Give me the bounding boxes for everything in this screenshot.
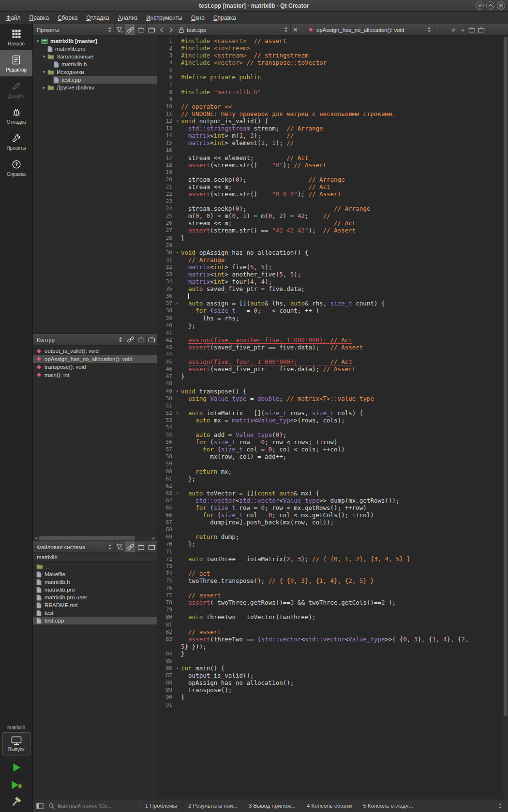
file-item[interactable]: README.md [33,601,157,609]
fold-marker-icon[interactable]: ▾ [174,300,181,307]
fold-marker-icon[interactable]: ▾ [174,388,181,395]
code-line[interactable]: 50 using Value_type = double; // matrix<… [157,395,503,402]
projects-pane-selector[interactable]: Проекты [33,24,114,35]
outline-item[interactable]: main(): int [33,371,157,379]
code-line[interactable]: 67 dump[row].push_back(mx(row, col)); [157,519,503,526]
code-line[interactable]: 57 for (size_t col = 0; col < cols; ++co… [157,446,503,453]
code-line[interactable]: 37▾ auto assign = [](auto& lhs, auto& rh… [157,300,503,307]
code-line[interactable]: 20 stream.seekp(0); // Arrange [157,176,503,183]
code-line[interactable]: 36 [157,292,503,300]
code-line[interactable]: 3#include <sstream> // stringstream [157,52,503,59]
code-area[interactable]: 1#include <cassert> // assert2#include <… [157,36,503,799]
code-line[interactable]: 62 [157,482,503,490]
shade-button[interactable] [476,1,484,10]
close-split-button[interactable] [146,24,157,35]
file-item[interactable]: matrixlib.pro.user [33,594,157,601]
locator[interactable] [46,799,139,812]
file-item[interactable]: test.cpp [33,617,157,624]
symbol-selector[interactable]: opAssign_has_no_allocation(): void [305,24,434,35]
locator-input[interactable] [58,803,139,809]
scrollbar-thumb[interactable] [39,536,135,540]
code-line[interactable]: 30▾void opAssign_has_no_allocation() { [157,249,503,256]
project-tree-item[interactable]: ▾matrixlib [master] [33,37,157,45]
code-line[interactable]: 86▾int main() { [157,665,503,672]
code-line[interactable]: 70 }; [157,540,503,548]
code-line[interactable]: 47} [157,373,503,380]
code-line[interactable]: 90} [157,694,503,701]
code-line[interactable]: 27 assert(stream.str() == "42 42 42"); /… [157,227,503,234]
menu-file[interactable]: Файл [2,12,25,24]
file-item[interactable]: matrixlib.h [33,578,157,586]
code-line[interactable]: 23 [157,198,503,205]
outline-item[interactable]: output_is_valid(): void [33,347,157,355]
menu-help[interactable]: Справка [209,12,240,24]
code-line[interactable]: 4#include <vector> // transpose::toVecto… [157,59,503,66]
mode-projects[interactable]: Проекты [0,129,32,155]
menu-window[interactable]: Окно [187,12,209,24]
code-line[interactable]: 63▾ auto toVector = [](const auto& mx) { [157,490,503,497]
code-line[interactable]: 42 assign(five, another_five, 1'000'000)… [157,336,503,344]
mode-debug[interactable]: Отладка [0,102,32,129]
code-line[interactable]: 8#include "matrixlib.h" [157,88,503,96]
fold-marker-icon[interactable]: ▾ [174,409,181,417]
close-split-button[interactable] [146,541,157,552]
scroll-right-arrow-icon[interactable]: ▸ [150,536,157,541]
code-line[interactable]: 73 [157,563,503,570]
split-button[interactable] [135,334,146,345]
code-line[interactable]: 45 assign(five, four, 1'000'000); // Act [157,358,503,365]
maximize-button[interactable] [486,1,494,10]
code-line[interactable]: 88 opAssign_has_no_allocation(); [157,679,503,686]
filter-button[interactable] [114,541,125,552]
code-line[interactable]: 53 auto mx = matrix<Value_type>(rows, co… [157,417,503,424]
code-line[interactable]: 22 assert(stream.str() == "0 0 0"); // A… [157,190,503,198]
project-tree-item[interactable]: matrixlib.h [33,60,157,68]
code-line[interactable]: 72 auto twoThree = iotaMatrix(2, 3); // … [157,555,503,563]
code-line[interactable]: 41 [157,329,503,336]
menu-debug[interactable]: Отладка [82,12,113,24]
fold-marker-icon[interactable]: ▾ [174,117,181,125]
code-line[interactable]: 84} [157,650,503,657]
code-line[interactable]: 13 std::stringstream stream; // Arrange [157,125,503,132]
code-line[interactable]: 25 m(0, 0) = m(0, 1) = m(0, 2) = 42; // [157,212,503,219]
debug-run-button[interactable] [2,777,30,793]
menu-edit[interactable]: Правка [25,12,54,24]
output-pane-issues[interactable]: 1 Проблемы [140,799,183,812]
code-line[interactable]: 77 // assert [157,592,503,599]
code-line[interactable]: 9 [157,96,503,103]
menu-analyze[interactable]: Анализ [114,12,142,24]
project-tree-item[interactable]: ▾Заголовочные [33,53,157,60]
expander-open-icon[interactable]: ▾ [41,68,47,76]
close-button[interactable] [497,1,505,10]
close-document-button[interactable] [291,24,300,35]
code-line[interactable]: 60 return mx; [157,468,503,475]
file-item[interactable]: test [33,609,157,617]
code-line[interactable]: 39 lhs = rhs; [157,315,503,322]
kit-selector-button[interactable]: Выпуск [2,732,30,755]
code-line[interactable]: 7 [157,81,503,88]
split-editor-button[interactable] [467,27,477,33]
line-column-button[interactable]: # [449,27,458,33]
fold-marker-icon[interactable]: ▾ [174,665,181,672]
code-line[interactable]: 85 [157,657,503,665]
code-line[interactable]: 75 twoThree.transpose(); // { {0, 3}, {1… [157,577,503,584]
code-line[interactable]: 38 for (size_t _ = 0; _ < count; ++_) [157,307,503,314]
scroll-left-arrow-icon[interactable]: ◂ [33,536,39,541]
code-line[interactable]: 6#define private public [157,73,503,81]
outline-horizontal-scrollbar[interactable]: ◂ ▸ [33,535,157,541]
menu-tools[interactable]: Инструменты [142,12,187,24]
code-line[interactable]: 59 [157,460,503,467]
code-line[interactable]: 26 stream << m; // Act [157,219,503,227]
fold-marker-icon[interactable]: ▾ [174,249,181,256]
sync-with-editor-button[interactable] [125,541,135,552]
code-line[interactable]: 14 matrix<int> m(1, 3); // [157,132,503,139]
code-line[interactable]: 19 [157,169,503,176]
code-line[interactable]: 81 [157,621,503,628]
code-line[interactable]: 51 [157,402,503,409]
code-line[interactable]: 82 // assert [157,628,503,636]
code-line[interactable]: 15 matrix<int> element(1, 1); // [157,139,503,146]
scrollbar-track[interactable] [39,536,150,541]
filter-button[interactable] [114,24,125,35]
output-pane-compile-output[interactable]: 4 Консоль сборки [301,799,358,812]
code-line[interactable]: 79 [157,606,503,613]
titlebar[interactable]: test.cpp [master] - matrixlib - Qt Creat… [0,0,508,12]
